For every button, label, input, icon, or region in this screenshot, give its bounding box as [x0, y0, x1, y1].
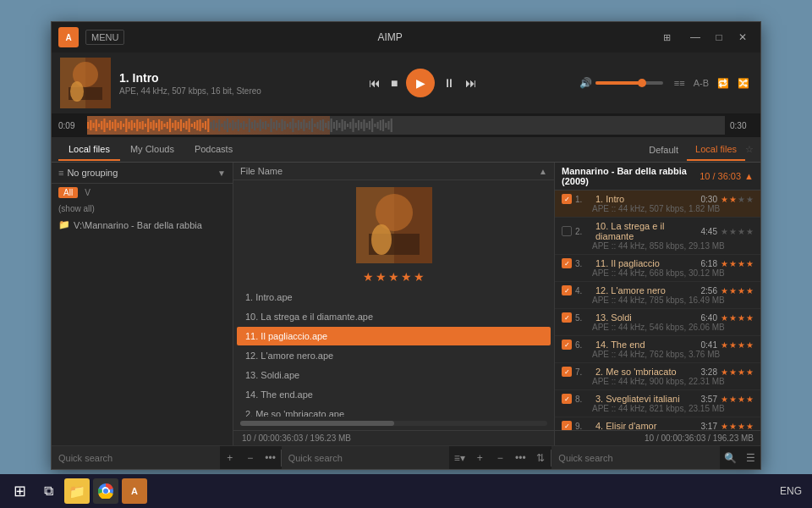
playlist-item[interactable]: 2.10. La strega e il diamante4:45★★★★APE…: [555, 218, 760, 255]
playlist-item-check[interactable]: ✓: [562, 421, 572, 430]
maximize-button[interactable]: □: [708, 28, 730, 47]
remove-button-1[interactable]: −: [240, 446, 261, 470]
window-title: AIMP: [131, 31, 649, 43]
prev-button[interactable]: ⏮: [367, 75, 382, 91]
tab-local-files-right[interactable]: Local files: [687, 139, 745, 161]
star-5[interactable]: ★: [414, 270, 425, 284]
playlist-item[interactable]: ✓6.14. The end0:41★★★★APE :: 44 kHz, 762…: [555, 336, 760, 363]
file-list-item[interactable]: 1. Intro.ape: [237, 288, 551, 306]
search-icon-button[interactable]: 🔍: [720, 446, 740, 470]
filter-v-button[interactable]: V: [81, 187, 94, 198]
volume-slider[interactable]: [595, 81, 663, 85]
pause-button[interactable]: ⏸: [442, 75, 457, 91]
playlist-item-stars[interactable]: ★★★★: [721, 422, 754, 431]
playlist-item[interactable]: ✓5.13. Soldi6:40★★★★APE :: 44 kHz, 546 k…: [555, 309, 760, 336]
playlist-item-stars[interactable]: ★★★★: [721, 395, 754, 404]
more-button-2[interactable]: •••: [510, 446, 530, 470]
svg-rect-64: [249, 119, 250, 132]
stars-row[interactable]: ★ ★ ★ ★ ★: [233, 270, 554, 287]
aimp-taskbar-button[interactable]: A: [122, 478, 147, 504]
star-3[interactable]: ★: [388, 270, 399, 284]
stop-button[interactable]: ■: [389, 75, 399, 91]
svg-rect-9: [98, 124, 100, 127]
playlist-item[interactable]: ✓7.2. Me so 'mbriacato3:28★★★★APE :: 44 …: [555, 363, 760, 390]
task-view-button[interactable]: ⧉: [36, 478, 61, 504]
shuffle-button[interactable]: 🔀: [735, 77, 752, 90]
search-input-3[interactable]: [551, 446, 720, 469]
play-button[interactable]: ▶: [406, 69, 435, 97]
star-2[interactable]: ★: [376, 270, 387, 284]
close-button[interactable]: ✕: [732, 28, 754, 47]
explorer-button[interactable]: 📁: [64, 478, 90, 504]
playlist-item-check[interactable]: ✓: [562, 258, 572, 268]
show-all-item[interactable]: (show all): [52, 202, 233, 216]
playlist-collapse-button[interactable]: ▲: [744, 171, 754, 181]
playlist-item-check[interactable]: ✓: [562, 367, 572, 377]
playlist-item[interactable]: ✓1.1. Intro0:30★★★★APE :: 44 kHz, 507 kb…: [555, 190, 760, 218]
playlist-item-num: 7.: [575, 367, 592, 377]
grid-button[interactable]: ⊞: [656, 28, 678, 47]
file-list-item[interactable]: 12. L'amore nero.ape: [237, 346, 551, 365]
menu-icon-button[interactable]: ☰: [740, 446, 760, 470]
more-button-1[interactable]: •••: [261, 446, 281, 470]
playlist-item-check[interactable]: ✓: [562, 285, 572, 295]
filter-all-button[interactable]: All: [58, 187, 78, 198]
svg-rect-110: [374, 124, 376, 127]
svg-rect-12: [107, 123, 108, 128]
sidebar-folder-item[interactable]: 📁 V:\Mannarino - Bar della rabbia: [52, 216, 233, 234]
grouping-arrow[interactable]: ▼: [217, 168, 226, 178]
repeat-button[interactable]: 🔁: [715, 77, 732, 90]
add-button-1[interactable]: +: [220, 446, 240, 470]
file-list-item[interactable]: 2. Me so 'mbriacato.ape: [237, 405, 551, 417]
svg-rect-43: [191, 124, 193, 127]
file-list-item[interactable]: 11. Il pagliaccio.ape: [237, 327, 551, 345]
minimize-button[interactable]: —: [684, 28, 706, 47]
playlist-scroll[interactable]: ✓1.1. Intro0:30★★★★APE :: 44 kHz, 507 kb…: [555, 190, 760, 430]
playlist-item-stars[interactable]: ★★★★: [721, 195, 754, 204]
star-4[interactable]: ★: [401, 270, 412, 284]
tab-local-files[interactable]: Local files: [58, 139, 120, 161]
tab-podcasts[interactable]: Podcasts: [184, 139, 243, 161]
search-input-1[interactable]: [52, 446, 220, 469]
svg-rect-8: [96, 119, 97, 131]
star-1[interactable]: ★: [363, 270, 374, 284]
chrome-button[interactable]: [93, 478, 118, 504]
file-list-item[interactable]: 10. La strega e il diamante.ape: [237, 307, 551, 326]
playlist-item-check[interactable]: ✓: [562, 194, 572, 204]
playlist-item-stars[interactable]: ★★★★: [721, 227, 754, 236]
playlist-item-stars[interactable]: ★★★★: [721, 286, 754, 295]
playlist-item-check[interactable]: ✓: [562, 312, 572, 323]
playlist-item-check[interactable]: ✓: [562, 394, 572, 404]
waveform[interactable]: [87, 116, 725, 135]
menu-button[interactable]: MENU: [85, 30, 124, 45]
file-list-item[interactable]: 14. The end.ape: [237, 385, 551, 404]
playlist-item-check[interactable]: [562, 226, 572, 236]
playlist-item-meta: APE :: 44 kHz, 668 kbps, 30.12 MB: [562, 268, 754, 278]
playlist-item-stars[interactable]: ★★★★: [721, 313, 754, 323]
star-button[interactable]: ☆: [745, 144, 754, 155]
tab-my-clouds[interactable]: My Clouds: [120, 139, 184, 161]
next-button[interactable]: ⏭: [464, 75, 479, 91]
file-list-item[interactable]: 13. Soldi.ape: [237, 366, 551, 384]
album-art-image: [60, 58, 111, 108]
add-button-2[interactable]: +: [469, 446, 490, 470]
playlist-item[interactable]: ✓9.4. Elisir d'amor3:17★★★★APE :: 44 kHz…: [555, 417, 760, 430]
search-input-2[interactable]: [282, 446, 450, 469]
playlist-item[interactable]: ✓4.12. L'amore nero2:56★★★★APE :: 44 kHz…: [555, 282, 760, 309]
playlist-item-stars[interactable]: ★★★★: [721, 367, 754, 377]
playlist-item-stars[interactable]: ★★★★: [721, 259, 754, 268]
start-button[interactable]: ⊞: [7, 478, 32, 504]
playlist-item[interactable]: ✓3.11. Il pagliaccio6:18★★★★APE :: 44 kH…: [555, 255, 760, 282]
playlist-item-stars[interactable]: ★★★★: [721, 340, 754, 350]
playlist-item-check[interactable]: ✓: [562, 340, 572, 350]
tab-default[interactable]: Default: [640, 140, 687, 160]
file-list-scroll-up[interactable]: ▲: [539, 167, 547, 176]
list-view-button[interactable]: ≡▾: [449, 446, 469, 470]
equalizer-button[interactable]: ≡≡: [672, 77, 688, 90]
remove-button-2[interactable]: −: [490, 446, 510, 470]
track-meta: APE, 44 kHz, 507 kbps, 16 bit, Stereo: [119, 86, 267, 96]
playlist-item[interactable]: ✓8.3. Svegliatevi italiani3:57★★★★APE ::…: [555, 390, 760, 417]
ab-button[interactable]: A-B: [691, 77, 711, 90]
up-down-button[interactable]: ⇅: [530, 446, 551, 470]
progress-bar-section[interactable]: 0:09: [52, 113, 760, 137]
